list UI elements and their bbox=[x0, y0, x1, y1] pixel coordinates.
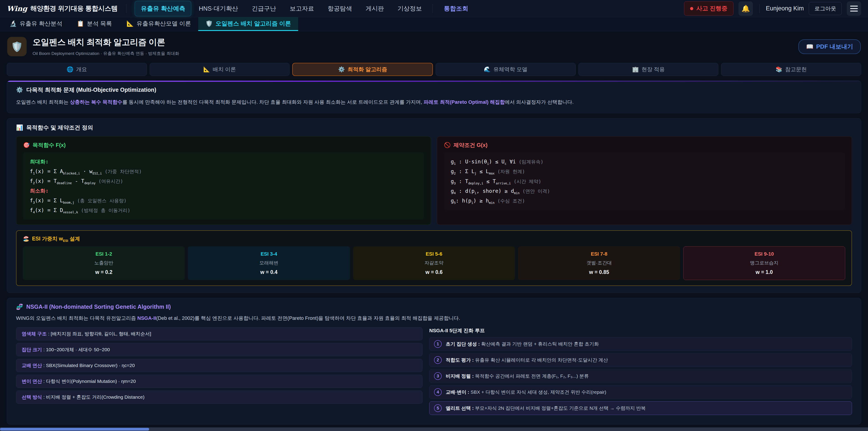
objective-code-block: 최대화:f1(x) = Σ Ablocked,i · wESI,i (가중 차단… bbox=[23, 152, 424, 220]
tab-3[interactable]: 📐유출유확산모델 이론 bbox=[119, 17, 198, 31]
step-number-icon: 5 bbox=[434, 404, 442, 412]
esi-card-3: ESI 5-6자갈조약w = 0.6 bbox=[353, 246, 515, 280]
tab-2[interactable]: 📋분석 목록 bbox=[70, 17, 119, 31]
nav-item-8[interactable]: 통합조회 bbox=[438, 1, 474, 16]
code-line: f3(x) = Σ Lboom,j (총 오일펜스 사용량) bbox=[30, 196, 417, 206]
esi-range: ESI 5-6 bbox=[355, 251, 513, 257]
esi-weight: w = 0.85 bbox=[521, 269, 677, 275]
nav-item-4[interactable]: 보고자료 bbox=[284, 1, 320, 16]
nav-item-5[interactable]: 항공탐색 bbox=[322, 1, 358, 16]
nav-item-3[interactable]: 긴급구난 bbox=[246, 1, 282, 16]
step-label: 적합도 평가 : bbox=[446, 357, 475, 363]
section-tab-5[interactable]: 🏢현장 적용 bbox=[579, 63, 719, 76]
tab-1[interactable]: 🔬유출유 확산분석 bbox=[2, 17, 70, 31]
nav-item-2[interactable]: HNS·대기확산 bbox=[193, 1, 244, 16]
code-line: f1(x) = Σ Ablocked,i · wESI,i (가중 차단면적) bbox=[30, 166, 417, 176]
section-tab-label: 유체역학 모델 bbox=[493, 66, 527, 73]
sub-tabbar: 🔬유출유 확산분석📋분석 목록📐유출유확산모델 이론🛡️오일펜스 배치 알고리즘… bbox=[0, 17, 868, 31]
esi-weight: w = 0.2 bbox=[25, 269, 182, 275]
definitions-title: 📊 목적함수 및 제약조건 정의 bbox=[16, 124, 852, 131]
pdf-export-label: PDF 내보내기 bbox=[816, 43, 853, 51]
esi-weight: w = 1.0 bbox=[686, 269, 843, 275]
section-tab-3[interactable]: ⚙️최적화 알고리즘 bbox=[292, 63, 433, 76]
constraints-card: 🚫 제약조건 G(x) g1 : U·sin(θi) ≤ Uc ∀i (임계유속… bbox=[437, 136, 852, 225]
nsga-param-row: 변이 연산 : 다항식 변이(Polynomial Mutation) · ηm… bbox=[16, 375, 423, 388]
tab-4[interactable]: 🛡️오일펜스 배치 알고리즘 이론 bbox=[198, 17, 298, 31]
nsga-parameters-list: 염색체 구조 : [배치지점 좌표, 방향각θ, 길이L, 형태, 배치순서]집… bbox=[16, 327, 423, 418]
nsga-paragraph: WING의 오일펜스 배치 최적화는 다목적 유전알고리즘 NSGA-II(De… bbox=[16, 314, 852, 322]
notifications-button[interactable]: 🔔 bbox=[739, 1, 753, 16]
nsga-loop-panel: NSGA-II 5단계 진화 루프 1초기 집단 생성 : 확산예측 결과 기반… bbox=[429, 327, 852, 418]
target-icon: 🎯 bbox=[23, 142, 30, 148]
bell-icon: 🔔 bbox=[741, 4, 750, 12]
horizontal-scrollbar[interactable] bbox=[0, 427, 868, 431]
code-note: (자원 한계) bbox=[495, 169, 525, 174]
step-number-icon: 2 bbox=[434, 356, 442, 364]
step-label: 엘리트 선택 : bbox=[446, 405, 475, 411]
section-tab-4[interactable]: 🌊유체역학 모델 bbox=[436, 63, 576, 76]
esi-range: ESI 1-2 bbox=[25, 251, 182, 257]
section-tab-2[interactable]: 📐배치 이론 bbox=[150, 63, 290, 76]
code-line: f4(x) = Σ Dvessel,k (방제정 총 이동거리) bbox=[30, 206, 417, 215]
esi-name: 노출암반 bbox=[25, 260, 182, 266]
section-tab-icon: 🌊 bbox=[484, 66, 491, 72]
code-note: (방제정 총 이동거리) bbox=[78, 208, 130, 213]
main-nav: 유출유 확산예측HNS·대기확산긴급구난보고자료항공탐색게시판기상정보통합조회 bbox=[135, 1, 684, 16]
section-tab-icon: 📐 bbox=[203, 66, 210, 72]
nsga-param-row: 선택 방식 : 비지배 정렬 + 혼잡도 거리(Crowding Distanc… bbox=[16, 391, 423, 404]
code-note: (수심 조건) bbox=[495, 198, 525, 204]
section-tab-icon: 🏢 bbox=[632, 66, 639, 72]
section-tab-6[interactable]: 📚참고문헌 bbox=[721, 63, 861, 76]
nsga-param-label: 집단 크기 bbox=[22, 347, 42, 352]
divider bbox=[759, 4, 760, 13]
esi-weight: w = 0.6 bbox=[355, 269, 513, 275]
divider bbox=[433, 4, 433, 13]
code-label: 최소화: bbox=[30, 188, 49, 194]
accent-text: 상충하는 복수 목적함수 bbox=[70, 99, 122, 105]
bar-chart-icon: 📊 bbox=[16, 124, 23, 131]
main-content: ⚙️ 다목적 최적화 문제 (Multi-Objective Optimizat… bbox=[0, 81, 868, 431]
esi-name: 맹그로브습지 bbox=[686, 260, 843, 266]
code-line: g5: h(pi) ≥ hmin (수심 조건) bbox=[451, 196, 838, 206]
incident-status-badge[interactable]: 사고 진행중 bbox=[684, 1, 734, 16]
nav-item-7[interactable]: 기상정보 bbox=[392, 1, 428, 16]
nsga-param-label: 교배 연산 bbox=[22, 363, 42, 368]
code-line: g1 : U·sin(θi) ≤ Uc ∀i (임계유속) bbox=[451, 157, 838, 166]
esi-weights-title: 🏖️ ESI 가중치 wESI 설계 bbox=[23, 235, 845, 243]
nsga-param-value: 비지배 정렬 + 혼잡도 거리(Crowding Distance) bbox=[46, 394, 145, 400]
section-tabs: 🌐개요📐배치 이론⚙️최적화 알고리즘🌊유체역학 모델🏢현장 적용📚참고문헌 bbox=[7, 63, 861, 76]
incident-label: 사고 진행중 bbox=[696, 4, 727, 12]
esi-card-2: ESI 3-4모래해변w = 0.4 bbox=[188, 246, 350, 280]
nsga-card: 🧬 NSGA-II (Non-dominated Sorting Genetic… bbox=[7, 298, 861, 424]
section-tab-label: 현장 적용 bbox=[642, 66, 665, 73]
beach-icon: 🏖️ bbox=[23, 236, 29, 242]
code-line: g4 : d(pi, shore) ≥ dmin (연안 이격) bbox=[451, 186, 838, 196]
code-line: g3 : Tdeploy,i ≤ Tarrive,i (시간 제약) bbox=[451, 177, 838, 186]
section-tab-label: 최적화 알고리즘 bbox=[348, 66, 387, 73]
esi-range: ESI 9-10 bbox=[686, 251, 843, 257]
step-text: 비지배 정렬 : 목적함수 공간에서 파레토 전면 계층(F₁, F₂, F₃.… bbox=[446, 373, 589, 379]
navbar-right: 사고 진행중 🔔 Eunjeong Kim 로그아웃 bbox=[684, 1, 861, 16]
page-subtitle: Oil Boom Deployment Optimization · 유출유 확… bbox=[33, 51, 179, 57]
logout-button[interactable]: 로그아웃 bbox=[809, 2, 842, 15]
multi-objective-paragraph: 오일펜스 배치 최적화는 상충하는 복수 목적함수를 동시에 만족해야 하는 전… bbox=[16, 98, 852, 106]
tab-icon: 🔬 bbox=[9, 20, 17, 27]
wing-logo-text: Wing bbox=[7, 4, 27, 13]
nsga-param-label: 선택 방식 bbox=[22, 394, 42, 400]
scrollbar-thumb[interactable] bbox=[0, 428, 149, 431]
nav-item-1[interactable]: 유출유 확산예측 bbox=[135, 1, 191, 16]
nav-item-6[interactable]: 게시판 bbox=[360, 1, 390, 16]
esi-name: 갯벌·조간대 bbox=[521, 260, 677, 266]
tab-icon: 🛡️ bbox=[206, 20, 213, 27]
nsga-param-label: 변이 연산 bbox=[22, 378, 42, 384]
code-note: (임계유속) bbox=[516, 159, 544, 164]
code-line: f2(x) = Tdeadline - Tdeploy (여유시간) bbox=[30, 176, 417, 186]
section-tab-1[interactable]: 🌐개요 bbox=[7, 63, 147, 76]
menu-button[interactable] bbox=[847, 1, 861, 16]
nsga-step-3: 3비지배 정렬 : 목적함수 공간에서 파레토 전면 계층(F₁, F₂, F₃… bbox=[429, 369, 852, 383]
gear-icon: ⚙️ bbox=[16, 87, 23, 93]
constraints-code-block: g1 : U·sin(θi) ≤ Uc ∀i (임계유속)g2 : Σ Lj ≤… bbox=[444, 152, 845, 210]
nsga-step-1: 1초기 집단 생성 : 확산예측 결과 기반 랜덤 + 휴리스틱 배치안 혼합 … bbox=[429, 337, 852, 351]
app-title: 해양환경 위기대응 통합시스템 bbox=[30, 4, 118, 13]
pdf-export-button[interactable]: 📖 PDF 내보내기 bbox=[798, 39, 861, 54]
